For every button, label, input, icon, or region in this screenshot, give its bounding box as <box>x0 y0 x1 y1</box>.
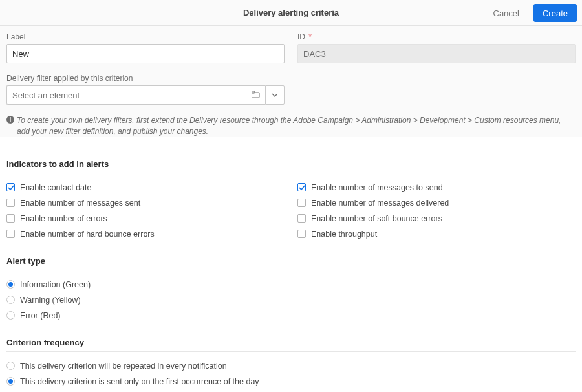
indicators-heading: Indicators to add in alerts <box>6 159 576 173</box>
form-body: Label ID * Delivery filter applied by th… <box>0 26 582 137</box>
checkbox-label: Enable number of soft bounce errors <box>311 214 442 223</box>
checkbox-label: Enable number of messages delivered <box>311 199 449 208</box>
required-indicator: * <box>308 32 312 41</box>
cancel-button[interactable]: Cancel <box>484 4 528 22</box>
checkbox-throughput[interactable] <box>297 230 306 238</box>
header-actions: Cancel Create <box>484 4 577 22</box>
radio-label: Warning (Yellow) <box>20 296 81 305</box>
label-field-label: Label <box>6 32 285 41</box>
checkbox-label: Enable number of errors <box>20 214 107 223</box>
checkbox-contact-date[interactable] <box>6 183 15 191</box>
checkbox-label: Enable contact date <box>20 183 92 192</box>
folder-icon <box>252 91 261 99</box>
checkbox-messages-delivered[interactable] <box>297 199 306 207</box>
radio-label: Information (Green) <box>20 280 91 289</box>
alert-type-heading: Alert type <box>6 256 576 270</box>
frequency-section: Criterion frequency This delivery criter… <box>0 338 582 389</box>
dialog-title: Delivery alerting criteria <box>243 8 339 17</box>
filter-dropdown-button[interactable] <box>265 85 285 105</box>
filter-hint: i To create your own delivery filters, f… <box>6 115 576 137</box>
radio-error[interactable] <box>6 311 15 320</box>
id-field-label: ID * <box>297 32 576 41</box>
checkbox-label: Enable number of hard bounce errors <box>20 230 155 239</box>
chevron-down-icon <box>272 93 278 97</box>
dialog-header: Delivery alerting criteria Cancel Create <box>0 0 582 26</box>
checkbox-messages-sent[interactable] <box>6 199 15 207</box>
frequency-heading: Criterion frequency <box>6 338 576 352</box>
checkbox-label: Enable throughput <box>311 230 377 239</box>
radio-first-occurrence[interactable] <box>6 377 15 386</box>
radio-label: Error (Red) <box>20 311 61 320</box>
radio-warning[interactable] <box>6 296 15 304</box>
checkbox-label: Enable number of messages to send <box>311 183 443 192</box>
id-input <box>297 44 576 63</box>
checkbox-messages-to-send[interactable] <box>297 183 306 191</box>
create-button[interactable]: Create <box>534 4 577 22</box>
checkbox-errors[interactable] <box>6 214 15 223</box>
filter-browse-button[interactable] <box>246 85 265 105</box>
radio-information[interactable] <box>6 280 15 289</box>
id-field-label-text: ID <box>297 32 305 41</box>
filter-input[interactable] <box>6 85 246 105</box>
filter-picker <box>6 85 285 105</box>
filter-hint-text: To create your own delivery filters, fir… <box>17 115 576 137</box>
info-icon: i <box>6 116 14 124</box>
radio-label: This delivery criterion will be repeated… <box>20 362 227 371</box>
checkbox-label: Enable number of messages sent <box>20 199 140 208</box>
checkbox-soft-bounce[interactable] <box>297 214 306 223</box>
radio-label: This delivery criterion is sent only on … <box>20 377 259 386</box>
label-input[interactable] <box>6 44 285 63</box>
radio-repeat-every[interactable] <box>6 362 15 370</box>
checkbox-hard-bounce[interactable] <box>6 230 15 238</box>
indicators-section: Indicators to add in alerts Enable conta… <box>0 159 582 242</box>
filter-field-label: Delivery filter applied by this criterio… <box>6 74 576 83</box>
alert-type-section: Alert type Information (Green) Warning (… <box>0 256 582 323</box>
